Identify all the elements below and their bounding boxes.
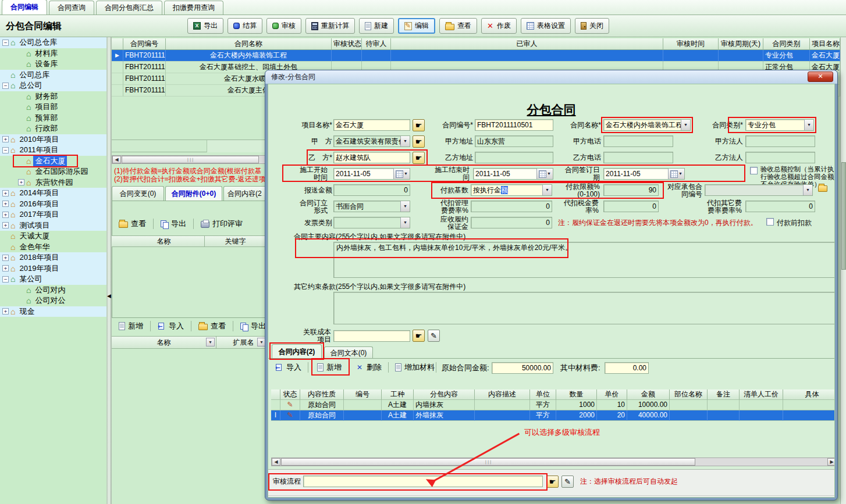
- invoice-type-dropdown[interactable]: ▼: [333, 217, 410, 228]
- top-tab-1[interactable]: 合同编辑: [2, 0, 47, 15]
- sidebar-item-11[interactable]: −⌂2011年项目: [0, 145, 106, 156]
- chevron-down-icon[interactable]: ▼: [681, 120, 690, 130]
- toolbar-button-3[interactable]: 审核: [266, 18, 301, 34]
- workflow-pencil-icon[interactable]: ✎: [561, 476, 574, 488]
- material-fee-field[interactable]: 0.00: [605, 362, 649, 374]
- grid-column-header[interactable]: 分包内容: [414, 389, 475, 400]
- party-a-address-field[interactable]: 山东东营: [475, 135, 553, 147]
- payment-limit-field[interactable]: 90: [603, 184, 659, 196]
- splitter-collapse-icon[interactable]: ◀: [106, 292, 112, 300]
- sidebar-item-13[interactable]: ⌂金石国际游乐园: [0, 166, 106, 177]
- expand-icon[interactable]: +: [2, 222, 9, 228]
- expand-icon[interactable]: +: [2, 308, 9, 314]
- filter-dropdown-icon[interactable]: ▼: [206, 338, 215, 346]
- party-b-field[interactable]: 赵水建筑队: [333, 152, 410, 163]
- column-header[interactable]: 已审人: [391, 38, 663, 50]
- workflow-field[interactable]: [303, 476, 543, 487]
- scroll-thumb[interactable]: [281, 458, 695, 466]
- expand-icon[interactable]: +: [2, 190, 9, 196]
- grid-column-header[interactable]: 金额: [627, 389, 670, 400]
- sidebar-item-15[interactable]: +⌂2014年项目: [0, 188, 106, 199]
- grid-column-header[interactable]: 单位: [530, 389, 556, 400]
- contract-type-dropdown[interactable]: 专业分包 ▼: [745, 119, 814, 131]
- grid-column-header[interactable]: 状态: [280, 389, 300, 400]
- chevron-down-icon[interactable]: ▼: [400, 201, 410, 212]
- expand-icon[interactable]: +: [2, 265, 9, 271]
- sign-date-field[interactable]: 2011-11-05 ▼: [603, 168, 685, 180]
- tax-fee-field[interactable]: 0: [603, 201, 659, 212]
- grid-row-1[interactable]: ✎原始合同A土建内墙抹灰平方10001010000.00: [271, 400, 835, 410]
- grid-column-header[interactable]: 单价: [597, 389, 627, 400]
- expand-icon[interactable]: +: [2, 201, 9, 207]
- expand-icon[interactable]: +: [2, 255, 9, 261]
- tab-contract-attachments[interactable]: 合同附件(0+0): [165, 186, 222, 201]
- collapse-icon[interactable]: −: [2, 40, 9, 46]
- sidebar-item-4[interactable]: ⌂公司总库: [0, 70, 106, 81]
- toolbar-button-8[interactable]: 作废: [481, 18, 517, 34]
- files-button-2[interactable]: 导入: [155, 320, 186, 333]
- main-vscrollbar[interactable]: [840, 37, 846, 504]
- collapse-icon[interactable]: −: [2, 83, 9, 89]
- corresponding-contract-dropdown[interactable]: ▼: [705, 184, 813, 196]
- sidebar-item-9[interactable]: ⌂行政部: [0, 123, 106, 134]
- calendar-icon[interactable]: ▼: [536, 169, 553, 179]
- calendar-icon[interactable]: ▼: [393, 169, 410, 179]
- related-cost-field[interactable]: [333, 330, 410, 342]
- project-name-field[interactable]: 金石大厦: [333, 119, 410, 131]
- add-material-button[interactable]: 增加材料: [393, 361, 437, 374]
- sidebar-item-16[interactable]: +⌂2016年项目: [0, 199, 106, 210]
- toolbar-button-7[interactable]: 查看: [439, 18, 477, 34]
- sidebar-item-14[interactable]: +⌂东营软件园: [0, 177, 106, 188]
- column-header[interactable]: 待审人: [362, 38, 391, 50]
- attach-button-1[interactable]: 查看: [116, 217, 148, 230]
- tab-contract-changes[interactable]: 合同变更(0): [112, 186, 164, 201]
- expand-icon[interactable]: +: [2, 212, 9, 218]
- files-button-3[interactable]: 查看: [196, 320, 228, 333]
- scroll-left-icon[interactable]: ◀: [272, 458, 280, 466]
- files-button-4[interactable]: 导出: [238, 320, 268, 333]
- sidebar-item-20[interactable]: ⌂金色年华: [0, 242, 106, 253]
- column-keyword[interactable]: 关键字: [205, 236, 266, 247]
- calendar-icon[interactable]: ▼: [668, 169, 684, 179]
- chevron-down-icon[interactable]: ▼: [804, 120, 813, 130]
- sidebar-item-26[interactable]: +⌂现金: [0, 306, 106, 317]
- sidebar-splitter[interactable]: [106, 37, 112, 504]
- scroll-left-icon[interactable]: ◀: [112, 156, 121, 163]
- payment-base-dropdown[interactable]: 按执行金额 ▼: [471, 184, 552, 196]
- column-name[interactable]: 名称: [123, 236, 205, 247]
- vscroll-thumb[interactable]: [841, 162, 846, 270]
- start-date-field[interactable]: 2011-11-05 ▼: [333, 168, 410, 180]
- grid-row-2[interactable]: I✎原始合同A土建外墙抹灰平方20002040000.00: [271, 410, 835, 421]
- sidebar-item-22[interactable]: +⌂2019年项目: [0, 263, 106, 274]
- tab-contract-text[interactable]: 合同文本(0): [324, 346, 373, 359]
- toolbar-button-9[interactable]: 表格设置: [521, 18, 571, 34]
- top-tab-3[interactable]: 合同分包商汇总: [96, 1, 162, 15]
- files-button-1[interactable]: 新增: [116, 320, 145, 333]
- contract-form-dropdown[interactable]: 书面合同 ▼: [333, 201, 410, 212]
- other-fee-field[interactable]: 0: [745, 201, 815, 212]
- import-items-button[interactable]: 导入: [273, 361, 304, 374]
- expand-icon[interactable]: +: [2, 136, 9, 142]
- column-header[interactable]: 项目名称: [810, 38, 840, 50]
- party-a-phone-field[interactable]: [603, 135, 673, 147]
- sidebar-item-24[interactable]: ⌂公司对内: [0, 285, 106, 296]
- collapse-icon[interactable]: −: [2, 147, 9, 153]
- grid-column-header[interactable]: 工种: [382, 389, 414, 400]
- toolbar-button-4[interactable]: 重新计算: [305, 18, 355, 34]
- related-lookup-icon[interactable]: ☛: [413, 330, 425, 342]
- grid-column-header[interactable]: 具体: [783, 389, 835, 400]
- toolbar-button-2[interactable]: 结算: [228, 18, 262, 34]
- sidebar-item-25[interactable]: ⌂公司对公: [0, 295, 106, 306]
- main-content-textarea[interactable]: 内外墙抹灰，包工包料，内墙抹灰单价10元/平米，外墙抹灰单价20元/平米。: [333, 242, 835, 278]
- toolbar-button-5[interactable]: 新建: [359, 18, 394, 34]
- scroll-right-icon[interactable]: ▶: [827, 458, 835, 466]
- tab-content-items[interactable]: 合同内容(2): [272, 344, 322, 359]
- column-header[interactable]: 合同编号: [123, 38, 166, 50]
- toolbar-button-1[interactable]: 导出: [187, 18, 223, 34]
- bond-field[interactable]: 0: [471, 217, 552, 228]
- grid-column-header[interactable]: 备注: [708, 389, 740, 400]
- party-b-phone-field[interactable]: [603, 152, 673, 163]
- party-b-lookup-icon[interactable]: ☛: [413, 152, 425, 164]
- acceptance-total-checkbox[interactable]: [750, 167, 758, 174]
- toolbar-button-10[interactable]: 关闭: [575, 18, 609, 34]
